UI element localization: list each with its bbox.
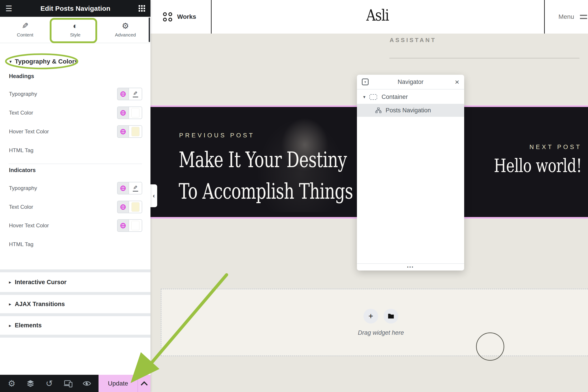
color-swatch [131,202,140,212]
tab-style[interactable]: ◐ Style [50,17,100,43]
navigator-item-posts-navigation[interactable]: Posts Navigation [357,104,464,117]
control-label: Text Color [9,204,33,210]
plus-icon: + [368,312,373,320]
color-picker-button[interactable] [129,220,142,231]
navigator-resize-handle[interactable]: ••• [357,263,464,270]
accordion-elements[interactable]: ▸ Elements [0,316,150,335]
section-title: Typography & Colors [15,58,78,65]
elementor-panel: ☰ Edit Posts Navigation ✎ Content ◐ Styl… [0,0,150,392]
text-color-control [117,201,142,213]
global-colors-button[interactable] [118,201,129,213]
control-label: HTML Tag [9,147,33,154]
global-colors-button[interactable] [118,88,129,100]
globe-icon [120,91,126,97]
save-options-button[interactable] [137,375,150,392]
control-label: Hover Text Color [9,128,49,135]
control-row: Typography ✎ [0,88,150,100]
chevron-right-icon: ▸ [9,323,11,328]
control-label: Typography [9,185,37,191]
update-button[interactable]: Update [99,375,137,392]
pencil-underline [133,97,138,97]
global-colors-button[interactable] [118,220,129,231]
color-swatch [131,108,140,118]
globe-icon [120,223,126,229]
navigator-layers-icon[interactable] [24,377,37,390]
text-color-control [117,106,142,119]
chevron-down-icon[interactable]: ▾ [363,94,365,100]
widgets-grid-icon[interactable] [139,5,145,12]
preview-eye-icon[interactable] [80,377,94,390]
globe-icon [120,129,126,135]
edit-typography-button[interactable]: ✎ [129,88,142,100]
next-post-kicker: NEXT POST [529,144,582,150]
site-logo[interactable]: Asli [366,6,389,24]
panel-collapse-toggle[interactable]: ‹ [150,184,157,207]
control-label: Text Color [9,110,33,116]
control-label: HTML Tag [9,241,33,248]
edit-typography-button[interactable]: ✎ [129,182,142,194]
color-swatch [131,221,140,230]
divider [0,335,150,338]
responsive-devices-icon[interactable] [61,377,75,390]
gear-icon: ⚙ [122,22,129,30]
control-row: Typography ✎ [0,182,150,194]
color-picker-button[interactable] [129,126,142,138]
color-swatch [131,127,140,136]
panel-footer: ⚙ ↺ Update [0,375,150,392]
color-picker-button[interactable] [129,201,142,213]
globe-icon [120,185,126,191]
navigator-header[interactable]: ▾ Navigator × [357,75,464,90]
html-tag-row: HTML Tag <div> ▾ [0,238,150,251]
color-picker-button[interactable] [129,107,142,118]
add-widget-button[interactable]: + [363,309,378,324]
global-colors-button[interactable] [118,126,129,138]
accordion-ajax-transitions[interactable]: ▸ AJAX Transitions [0,295,150,313]
elementor-editor: ☰ Edit Posts Navigation ✎ Content ◐ Styl… [0,0,588,392]
control-row: Text Color [0,106,150,119]
accordion-label: AJAX Transitions [15,301,65,308]
navigator-item-container[interactable]: ▾ Container [357,90,464,104]
footer-tools: ⚙ ↺ [0,375,99,392]
previous-post-title[interactable]: Make It Your Destiny To Accomplish Thing… [179,144,353,207]
next-post-title[interactable]: Hello world! [494,155,582,176]
empty-container-dropzone[interactable]: + Drag widget here [161,289,588,356]
interactive-cursor-ring [476,332,504,361]
header-divider [211,0,212,34]
panel-title: Edit Posts Navigation [40,5,110,12]
chevron-left-icon: ‹ [153,192,155,199]
settings-gear-icon[interactable]: ⚙ [5,377,18,390]
works-nav-link[interactable]: Works [163,0,196,34]
panel-scrollbar[interactable] [149,18,150,42]
control-label: Hover Text Color [9,222,49,229]
pencil-icon: ✎ [133,185,137,190]
divider [0,270,150,272]
close-icon[interactable]: × [455,78,459,86]
global-colors-button[interactable] [118,107,129,118]
collapse-all-icon[interactable]: ▾ [362,78,369,85]
menu-toggle[interactable]: Menu [558,0,587,34]
pencil-underline [133,191,138,192]
tab-advanced[interactable]: ⚙ Advanced [100,17,150,43]
divider [9,164,142,164]
template-library-button[interactable] [384,309,398,324]
menu-hamburger-icon [580,13,587,21]
site-header: Works Asli Menu [150,0,588,34]
pencil-icon: ✎ [133,91,137,96]
works-grid-icon [163,12,172,22]
navigator-panel: ▾ Navigator × ▾ Container Posts Navigati… [357,75,464,270]
navigator-item-label: Container [382,94,408,100]
typography-control: ✎ [117,182,142,194]
header-divider [544,0,545,34]
navigator-title: Navigator [398,78,424,86]
section-typography-colors[interactable]: ▾ Typography & Colors [0,55,150,68]
panel-menu-icon[interactable]: ☰ [5,5,12,12]
accordion-interactive-cursor[interactable]: ▸ Interactive Cursor [0,272,150,292]
history-icon[interactable]: ↺ [43,377,56,390]
group-heading-headings: Headings [9,73,34,80]
tab-style-label: Style [70,32,81,38]
chevron-up-icon [141,381,148,388]
tab-content[interactable]: ✎ Content [0,17,50,43]
chevron-right-icon: ▸ [9,280,11,285]
tab-advanced-label: Advanced [115,32,136,38]
global-colors-button[interactable] [118,182,129,194]
